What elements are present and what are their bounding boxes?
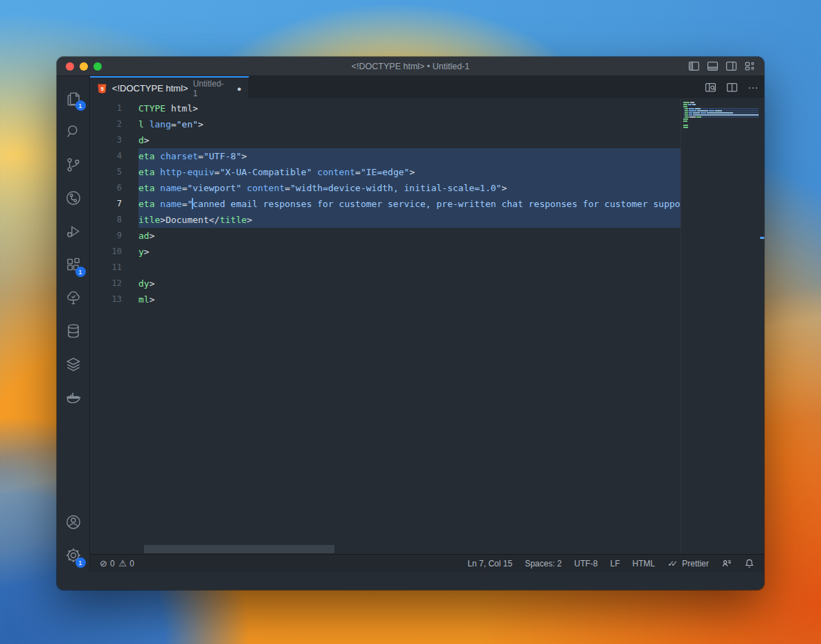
code-line[interactable]: itle>Document</title>: [138, 212, 680, 228]
settings-badge: 1: [75, 557, 86, 568]
feedback-icon: [721, 558, 732, 569]
feedback-button[interactable]: [721, 558, 732, 569]
code-line[interactable]: dy>: [138, 276, 680, 292]
git-branch-icon: [64, 156, 82, 174]
horizontal-scrollbar[interactable]: [138, 545, 680, 553]
debug-play-icon: [64, 222, 82, 240]
horizontal-scrollbar-thumb[interactable]: [144, 545, 334, 553]
sidebar-item-source-control[interactable]: [57, 148, 90, 181]
code-line[interactable]: ml>: [138, 292, 680, 307]
modified-indicator[interactable]: ●: [237, 84, 242, 93]
split-editor-icon[interactable]: [726, 82, 738, 93]
database-icon: [64, 322, 82, 340]
line-number[interactable]: 12: [90, 276, 138, 292]
zoom-button[interactable]: [93, 62, 102, 71]
code-line[interactable]: ad>: [138, 228, 680, 244]
toggle-secondary-sidebar-icon[interactable]: [725, 60, 737, 72]
code-line[interactable]: eta http-equiv="X-UA-Compatible" content…: [138, 164, 680, 180]
overview-cursor-mark: [760, 237, 764, 239]
code-content[interactable]: CTYPE html>l lang="en">d>eta charset="UT…: [138, 100, 680, 307]
line-number[interactable]: 10: [90, 244, 138, 260]
title-bar[interactable]: <!DOCTYPE html> • Untitled-1: [57, 57, 764, 76]
code-line[interactable]: eta name="viewport" content="width=devic…: [138, 180, 680, 196]
close-button[interactable]: [66, 62, 74, 71]
customize-layout-icon[interactable]: [744, 60, 756, 72]
tab-subtitle: Untitled-1: [193, 79, 228, 98]
problems-errors[interactable]: ⊘ 0: [100, 558, 115, 569]
sidebar-item-layers[interactable]: [57, 348, 90, 381]
layers-icon: [64, 355, 82, 373]
open-preview-icon[interactable]: [705, 82, 716, 93]
language-mode[interactable]: HTML: [633, 559, 656, 569]
accounts-button[interactable]: [57, 506, 90, 539]
more-actions-icon[interactable]: ⋯: [748, 82, 759, 94]
bell-icon: [744, 558, 755, 569]
tab-untitled-1[interactable]: 5 <!DOCTYPE html> Untitled-1 ●: [90, 76, 249, 99]
double-check-icon: ✓✓: [667, 559, 674, 569]
line-number[interactable]: 11: [90, 260, 138, 276]
indentation[interactable]: Spaces: 2: [525, 559, 561, 569]
tab-bar: 5 <!DOCTYPE html> Untitled-1 ● ⋯: [90, 76, 764, 99]
line-number[interactable]: 5: [90, 164, 138, 180]
code-line[interactable]: l lang="en">: [138, 116, 680, 132]
docker-whale-icon: [64, 388, 82, 406]
code-line[interactable]: eta name="canned email responses for cus…: [138, 196, 680, 212]
sidebar-item-docker[interactable]: [57, 381, 90, 414]
line-number[interactable]: 7: [90, 196, 138, 212]
code-line[interactable]: y>: [138, 244, 680, 260]
status-bar: ⊘ 0 ⚠ 0 Ln 7, Col 15 Spaces: 2 UTF-8 LF …: [90, 554, 764, 572]
account-icon: [64, 513, 82, 531]
line-number[interactable]: 1: [90, 100, 138, 116]
traffic-lights: [66, 62, 102, 71]
minimap[interactable]: [680, 99, 760, 554]
code-line[interactable]: [138, 260, 680, 276]
problems-warnings[interactable]: ⚠ 0: [119, 558, 134, 569]
git-circle-icon: [64, 189, 82, 207]
search-icon: [64, 123, 82, 141]
window-title: <!DOCTYPE html> • Untitled-1: [57, 62, 764, 71]
tree-check-icon: [64, 289, 82, 307]
line-number[interactable]: 8: [90, 212, 138, 228]
svg-text:5: 5: [100, 85, 104, 91]
sidebar-item-database[interactable]: [57, 314, 90, 348]
sidebar-item-extensions[interactable]: 1: [57, 248, 90, 281]
warning-icon: ⚠: [119, 558, 127, 569]
notifications-button[interactable]: [744, 558, 755, 569]
line-number[interactable]: 2: [90, 116, 138, 132]
code-line[interactable]: eta charset="UTF-8">: [138, 148, 680, 164]
encoding[interactable]: UTF-8: [575, 559, 598, 569]
code-editor[interactable]: 12345678910111213 CTYPE html>l lang="en"…: [90, 99, 764, 554]
error-icon: ⊘: [100, 558, 107, 569]
code-line[interactable]: d>: [138, 132, 680, 148]
sidebar-item-explorer[interactable]: 1: [57, 82, 90, 115]
line-number[interactable]: 13: [90, 292, 138, 307]
line-number[interactable]: 3: [90, 132, 138, 148]
extensions-badge: 1: [75, 267, 86, 277]
settings-button[interactable]: 1: [57, 539, 90, 572]
minimize-button[interactable]: [80, 62, 88, 71]
cursor-position[interactable]: Ln 7, Col 15: [467, 559, 512, 569]
code-line[interactable]: CTYPE html>: [138, 100, 680, 116]
line-number[interactable]: 4: [90, 148, 138, 164]
explorer-badge: 1: [75, 100, 86, 111]
sidebar-item-search[interactable]: [57, 115, 90, 148]
formatter-status[interactable]: ✓✓ Prettier: [667, 559, 709, 569]
eol-sequence[interactable]: LF: [611, 559, 620, 569]
vscode-window: <!DOCTYPE html> • Untitled-1 1: [57, 57, 764, 590]
line-number[interactable]: 9: [90, 228, 138, 244]
activity-bar: 1 1: [57, 76, 90, 572]
toggle-primary-sidebar-icon[interactable]: [688, 60, 700, 72]
overview-ruler[interactable]: [760, 99, 764, 554]
sidebar-item-testing[interactable]: [57, 281, 90, 314]
tab-title: <!DOCTYPE html>: [112, 83, 188, 93]
sidebar-item-git-graph[interactable]: [57, 181, 90, 215]
toggle-panel-icon[interactable]: [707, 60, 719, 72]
line-number-gutter[interactable]: 12345678910111213: [90, 100, 138, 307]
sidebar-item-run-debug[interactable]: [57, 215, 90, 248]
html5-icon: 5: [97, 83, 107, 94]
line-number[interactable]: 6: [90, 180, 138, 196]
